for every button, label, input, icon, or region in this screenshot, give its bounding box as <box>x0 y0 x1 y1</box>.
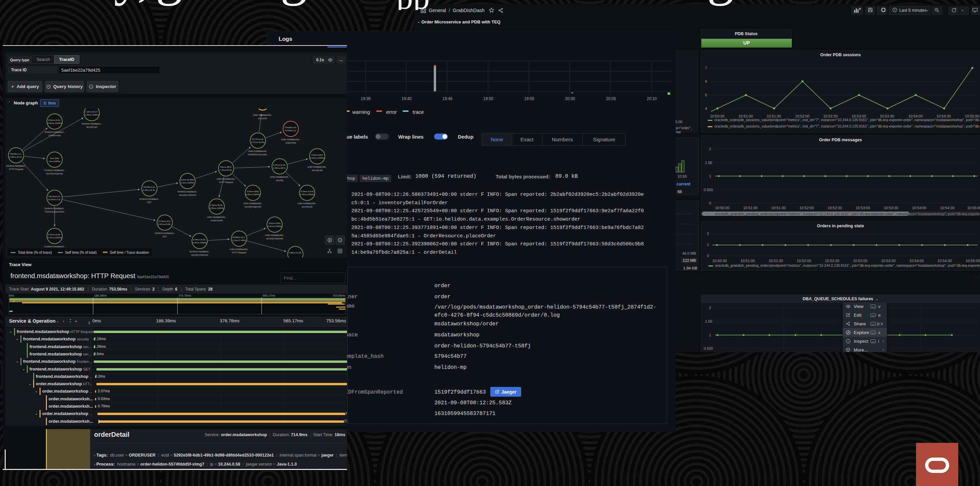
svg-text:order.msdataworks..: order.msdataworks.. <box>207 216 226 218</box>
svg-text:jms-send: jms-send <box>258 117 267 120</box>
svg-text:1.26ms (0.17..: 1.26ms (0.17.. <box>85 110 99 113</box>
svg-text:security:atn: security:atn <box>86 126 97 129</box>
svg-text:0.01ms (100%): 0.01ms (100%) <box>246 193 260 195</box>
svg-text:order.msdataworks..: order.msdataworks.. <box>229 248 249 250</box>
svg-text:722.55ms (9..: 722.55ms (9.. <box>143 186 156 188</box>
svg-text:2.17ms (0.3%): 2.17ms (0.3%) <box>251 141 265 143</box>
svg-text:security:outbound: security:outbound <box>179 194 196 197</box>
svg-text:4.61ms (0.61..: 4.61ms (0.61.. <box>48 119 61 121</box>
svg-text:security: security <box>276 179 284 182</box>
svg-text:security:outbound: security:outbound <box>191 254 208 256</box>
svg-text:1.26ms (100%): 1.26ms (100%) <box>85 113 99 116</box>
svg-text:17.29ms (2.2..: 17.29ms (2.2.. <box>158 220 172 222</box>
svg-text:HTTP Request: HTTP Request <box>219 181 233 184</box>
svg-text:753.56ms (1..: 753.56ms (1.. <box>10 152 22 155</box>
svg-text:0.03ms (0%): 0.03ms (0%) <box>311 154 323 156</box>
svg-text:720ms (95.5..: 720ms (95.5.. <box>220 166 232 168</box>
svg-text:HTTP Request: HTTP Request <box>9 168 23 171</box>
svg-text:0.37ms (100%): 0.37ms (100%) <box>48 236 62 239</box>
svg-text:1.2ms (7.44%): 1.2ms (7.44%) <box>232 239 246 241</box>
svg-text:order.msdataworks..: order.msdataworks.. <box>265 234 284 236</box>
svg-text:0.24ms (0.03..: 0.24ms (0.03.. <box>193 238 206 241</box>
svg-text:0.24ms (0.03..: 0.24ms (0.03.. <box>210 204 223 206</box>
svg-text:0.24ms (100%): 0.24ms (100%) <box>210 207 224 209</box>
svg-text:Frontend.msdatawor..: Frontend.msdatawor.. <box>44 169 65 172</box>
svg-text:714.89ms (1..: 714.89ms (1.. <box>284 129 297 132</box>
svg-text:0.79ms (100%): 0.79ms (100%) <box>300 193 314 195</box>
svg-text:OrderResource.plac..: OrderResource.plac.. <box>248 153 268 156</box>
svg-text:0.24ms (100%): 0.24ms (100%) <box>192 241 207 244</box>
svg-text:frontend.msdatawor..: frontend.msdatawor.. <box>45 207 65 210</box>
svg-text:16.08ms (2.1..: 16.08ms (2.1.. <box>232 236 246 238</box>
svg-text:frontend.msdatawor..: frontend.msdatawor.. <box>6 165 26 167</box>
svg-text:order.msdataworks..: order.msdataworks.. <box>307 166 327 168</box>
svg-text:GET: GET <box>162 235 167 238</box>
svg-text:717.07ms (9..: 717.07ms (9.. <box>251 138 264 140</box>
svg-text:0.2ms (0.33%): 0.2ms (0.33%) <box>181 178 194 181</box>
svg-text:order.msdataworks..: order.msdataworks.. <box>216 178 236 180</box>
svg-text:frontend.msdatawor..: frontend.msdatawor.. <box>155 232 175 234</box>
svg-text:0.2ms (100%): 0.2ms (100%) <box>181 181 194 184</box>
svg-text:frontend.msdatawor..: frontend.msdatawor.. <box>82 122 102 125</box>
svg-text:content-write: content-write <box>211 219 223 222</box>
svg-text:order.msdataworks..: order.msdataworks.. <box>248 150 267 152</box>
svg-text:2.34ms (0.32..: 2.34ms (0.32.. <box>143 189 156 191</box>
svg-text:0.97ms (5.59..: 0.97ms (5.59.. <box>158 223 172 225</box>
svg-text:Frontend.msdatawor..: Frontend.msdatawor.. <box>44 245 65 248</box>
svg-text:security:atn: security:atn <box>312 169 323 172</box>
svg-text:714.89ms (9..: 714.89ms (9.. <box>284 126 297 129</box>
svg-text:4.61ms (100%): 4.61ms (100%) <box>48 122 62 124</box>
svg-text:0.01ms (100%): 0.01ms (100%) <box>267 225 282 227</box>
svg-text:security:response: security:response <box>245 205 262 208</box>
svg-text:0.01ms (0%): 0.01ms (0%) <box>269 222 280 224</box>
svg-text:security:response: security:response <box>266 237 283 240</box>
svg-text:orderDetail: orderDetail <box>285 141 296 144</box>
svg-text:1.29ms (62.0..: 1.29ms (62.0.. <box>273 167 286 169</box>
svg-text:security:atz: security:atz <box>302 205 312 208</box>
svg-text:order.msdataworks..: order.msdataworks.. <box>281 138 301 141</box>
svg-text:1.98ms (0.25..: 1.98ms (0.25.. <box>289 251 302 254</box>
svg-text:frontend.msdatawor..: frontend.msdatawor.. <box>178 191 197 193</box>
svg-text:order.msdataworks..: order.msdataworks.. <box>298 202 317 205</box>
svg-text:752.16ms (9..: 752.16ms (9.. <box>48 195 61 197</box>
svg-text:frontend.msdatawor..: frontend.msdatawor.. <box>189 250 210 253</box>
svg-text:frontend.msdatawor..: frontend.msdatawor.. <box>139 198 159 200</box>
svg-text:1.73ms (0.25..: 1.73ms (0.25.. <box>220 169 233 171</box>
svg-text:0.03ms (100%): 0.03ms (100%) <box>310 157 324 159</box>
svg-text:0.37ms (0.05..: 0.37ms (0.05.. <box>48 233 61 236</box>
svg-text:order.msdataworks..: order.msdataworks.. <box>270 176 290 178</box>
svg-text:GET: GET <box>147 201 151 203</box>
svg-text:content-read: content-read <box>49 134 60 137</box>
svg-text:12.32ms (1.6..: 12.32ms (1.6.. <box>48 198 61 200</box>
svg-text:1.19ms (0.16..: 1.19ms (0.16.. <box>10 156 23 158</box>
svg-text:2.07ms (0.28..: 2.07ms (0.28.. <box>273 164 286 166</box>
svg-text:0.79ms (0.1%): 0.79ms (0.1%) <box>301 190 314 192</box>
svg-text:order.msdataworks..: order.msdataworks.. <box>253 114 272 116</box>
svg-text:Frontend.placeOrder: Frontend.placeOrder <box>45 211 65 213</box>
svg-text:security:response: security:response <box>46 172 63 175</box>
svg-text:0.01ms (0%): 0.01ms (0%) <box>247 190 259 192</box>
svg-text:HTTP Request: HTTP Request <box>232 251 246 254</box>
svg-text:order.msdataworks..: order.msdataworks.. <box>243 202 262 205</box>
svg-text:0ms (100%): 0ms (100%) <box>49 160 60 162</box>
svg-text:0ms (0%): 0ms (0%) <box>50 157 59 159</box>
svg-text:frontend.msdatawor..: frontend.msdatawor.. <box>45 131 65 133</box>
